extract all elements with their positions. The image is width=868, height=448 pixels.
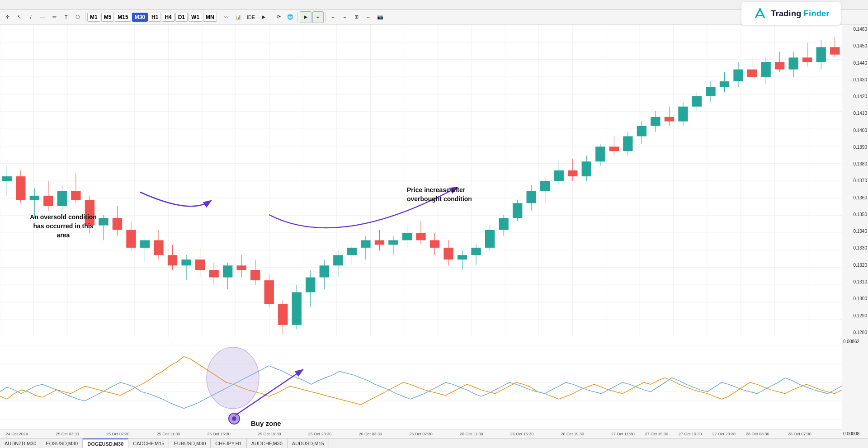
menu-tools[interactable] <box>34 4 42 6</box>
globe-btn[interactable]: 🌐 <box>285 11 296 23</box>
svg-point-0 <box>759 8 761 10</box>
chart-tab-6[interactable]: AUDCHF,M30 <box>247 439 288 448</box>
time-label: 25 Oct 19:30 <box>258 432 281 436</box>
ide-btn[interactable]: IDE <box>245 11 257 23</box>
menu-view[interactable] <box>10 4 17 6</box>
price-axis: 0.14600.14500.14400.14300.14200.14100.14… <box>842 25 868 337</box>
bottom-tabs: AUDNZD,M30EOSUSD,M30DOGEUSD,M30CADCHF,M1… <box>0 438 868 448</box>
tf-m15[interactable]: M15 <box>115 13 131 22</box>
time-label: 24 Oct 2024 <box>6 432 28 436</box>
price-tick: 0.1370 <box>843 178 867 183</box>
time-label: 25 Oct 23:30 <box>308 432 332 436</box>
arrow-tool[interactable]: ↖ <box>14 11 24 23</box>
price-tick: 0.1340 <box>843 229 867 234</box>
menu-help[interactable] <box>51 4 58 6</box>
price-tick: 0.1310 <box>843 279 867 284</box>
toolbar: ✛ ↖ / — ✏ T ⬡ M1 M5 M15 M30 H1 H4 D1 W1 … <box>0 10 868 24</box>
menu-window[interactable] <box>42 4 50 6</box>
time-label: 27 Oct 15:30 <box>645 432 669 436</box>
tf-d1[interactable]: D1 <box>175 13 188 22</box>
tf-m30[interactable]: M30 <box>132 13 148 22</box>
price-tick: 0.1430 <box>843 77 867 82</box>
text-tool[interactable]: T <box>61 11 71 23</box>
price-tick: 0.1330 <box>843 245 867 250</box>
zoom-out-btn[interactable]: − <box>340 11 350 23</box>
menu-charts[interactable] <box>26 4 33 6</box>
price-tick: 0.1450 <box>843 43 867 48</box>
time-label: 25 Oct 15:30 <box>207 432 231 436</box>
algo-trading-btn[interactable]: ▶ <box>300 11 311 23</box>
tf-h1[interactable]: H1 <box>149 13 161 22</box>
screenshot-btn[interactable]: 📷 <box>375 11 386 23</box>
time-label: 27 Oct 19:30 <box>679 432 702 436</box>
time-label: 26 Oct 03:30 <box>359 432 382 436</box>
time-label: 26 Oct 11:30 <box>460 432 483 436</box>
logo-text: Trading Finder <box>771 9 829 19</box>
price-tick: 0.1390 <box>843 145 867 150</box>
price-tick: 0.1350 <box>843 212 867 217</box>
chart-bar-btn[interactable]: 📊 <box>233 11 244 23</box>
line-tool[interactable]: / <box>25 11 36 23</box>
time-label: 25 Oct 03:30 <box>56 432 79 436</box>
price-tick: 0.1440 <box>843 61 867 66</box>
tf-w1[interactable]: W1 <box>189 13 202 22</box>
time-label: 27 Oct 11:30 <box>611 432 635 436</box>
tf-mn[interactable]: MN <box>203 13 217 22</box>
auto-scroll-btn[interactable]: ↔ <box>363 11 374 23</box>
menu-file[interactable] <box>2 4 9 6</box>
time-label: 28 Oct 03:30 <box>746 432 769 436</box>
script-btn[interactable]: ▶ <box>258 11 269 23</box>
chart-tab-5[interactable]: CHFJPY,H1 <box>211 439 246 448</box>
indicator-canvas[interactable] <box>0 345 842 438</box>
grid-btn[interactable]: ⊞ <box>351 11 362 23</box>
chart-tab-4[interactable]: EURUSD,M30 <box>169 439 211 448</box>
price-tick: 0.1420 <box>843 94 867 99</box>
sep1 <box>85 12 85 22</box>
chart-tab-3[interactable]: CADCHF,M15 <box>128 439 169 448</box>
indicator-price-axis: 0.00862 0.00008 <box>842 337 868 438</box>
time-label: 26 Oct 15:30 <box>510 432 534 436</box>
tf-m1[interactable]: M1 <box>87 13 100 22</box>
time-label: 25 Oct 11:30 <box>157 432 180 436</box>
hline-tool[interactable]: — <box>37 11 48 23</box>
price-tick: 0.1280 <box>843 330 867 335</box>
tf-h4[interactable]: H4 <box>162 13 174 22</box>
chart-tab-7[interactable]: AUDUSD,M15 <box>288 439 329 448</box>
main-chart-area: 0.14600.14500.14400.14300.14200.14100.14… <box>0 25 868 337</box>
time-label: 26 Oct 07:30 <box>409 432 433 436</box>
sep5 <box>326 12 326 22</box>
price-tick: 0.1320 <box>843 263 867 268</box>
sep3 <box>271 12 271 22</box>
chart-canvas[interactable] <box>0 25 842 337</box>
price-tick: 0.1290 <box>843 313 867 318</box>
menu-bar <box>0 0 868 10</box>
refresh-btn[interactable]: ⟳ <box>273 11 284 23</box>
chart-type-btn[interactable]: 〰 <box>221 11 232 23</box>
time-label: 26 Oct 19:30 <box>561 432 584 436</box>
pen-tool[interactable]: ✏ <box>49 11 60 23</box>
chart-tab-0[interactable]: AUDNZD,M30 <box>0 439 41 448</box>
sep2 <box>219 12 219 22</box>
shapes-tool[interactable]: ⬡ <box>72 11 83 23</box>
menu-insert[interactable] <box>18 4 25 6</box>
time-axis: 24 Oct 202425 Oct 03:3025 Oct 07:3025 Oc… <box>0 429 842 438</box>
price-tick: 0.1360 <box>843 195 867 200</box>
new-order-btn[interactable]: + <box>312 11 323 23</box>
crosshair-tool[interactable]: ✛ <box>2 11 13 23</box>
tf-m5[interactable]: M5 <box>101 13 114 22</box>
price-tick: 0.1380 <box>843 161 867 166</box>
price-tick: 0.1410 <box>843 111 867 116</box>
zoom-in-btn[interactable]: + <box>328 11 339 23</box>
sep4 <box>297 12 298 22</box>
logo-icon <box>753 6 767 21</box>
price-tick: 0.1460 <box>843 27 867 32</box>
price-tick: 0.1300 <box>843 296 867 301</box>
time-label: 25 Oct 07:30 <box>106 432 130 436</box>
chart-tab-1[interactable]: EOSUSD,M30 <box>41 439 83 448</box>
chart-tab-2[interactable]: DOGEUSD,M30 <box>83 439 128 448</box>
time-label: 28 Oct 07:30 <box>788 432 811 436</box>
price-tick: 0.1400 <box>843 128 867 133</box>
logo-area: Trading Finder <box>741 2 841 25</box>
time-label: 27 Oct 23:30 <box>712 432 736 436</box>
indicator-area: 0.00862 0.00008 Buy zone <box>0 337 868 438</box>
